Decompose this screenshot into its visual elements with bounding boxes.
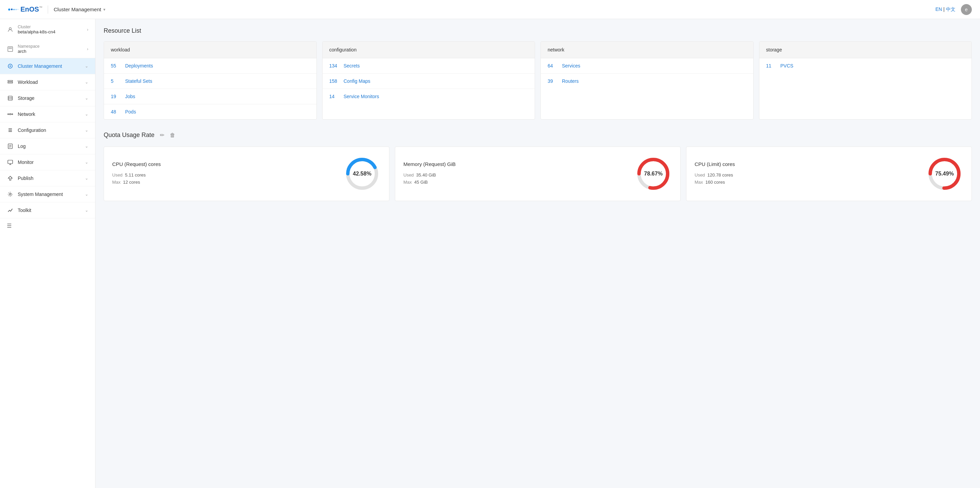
sidebar-item-publish[interactable]: Publish ⌄ [0, 170, 95, 186]
sidebar-item-label-toolkit: Toolkit [18, 208, 81, 213]
resource-count: 14 [329, 94, 340, 99]
resource-name: Services [562, 63, 581, 68]
resource-count: 55 [111, 63, 121, 68]
sidebar-cluster-item[interactable]: Cluster beta/alpha-k8s-cn4 › [0, 19, 95, 40]
logo-dot-1 [8, 8, 10, 11]
sidebar-item-label-publish: Publish [18, 176, 81, 181]
avatar[interactable]: e [961, 4, 972, 15]
sidebar-item-arrow-workload: ⌄ [85, 80, 88, 84]
main-content: Resource List workload 55 Deployments 5 … [95, 19, 980, 488]
resource-name: Service Monitors [344, 94, 379, 99]
layout: Cluster beta/alpha-k8s-cn4 › Namespace a… [0, 19, 980, 488]
storage-icon [7, 95, 14, 101]
quota-actions: ✏ 🗑 [159, 130, 177, 140]
resource-name: Secrets [344, 63, 360, 68]
resource-item[interactable]: 48 Pods [104, 104, 317, 119]
sidebar-item-label-cluster-management: Cluster Management [18, 63, 81, 69]
sidebar-item-workload[interactable]: Workload ⌄ [0, 74, 95, 90]
logo-text: EnOS™ [21, 5, 42, 13]
log-icon [7, 143, 14, 150]
monitor-icon [7, 159, 14, 166]
resource-name: Stateful Sets [125, 78, 152, 84]
quota-used-cpu-request: Used 5.11 cores [112, 173, 335, 177]
quota-card-title-cpu-limit: CPU (Limit) cores [695, 161, 918, 167]
sidebar-item-network[interactable]: Network ⌄ [0, 106, 95, 122]
cluster-management-title[interactable]: Cluster Management ▾ [54, 6, 105, 12]
resource-name: Pods [125, 109, 136, 114]
resource-item[interactable]: 19 Jobs [104, 89, 317, 104]
sidebar: Cluster beta/alpha-k8s-cn4 › Namespace a… [0, 19, 95, 488]
sidebar-item-label-monitor: Monitor [18, 160, 81, 165]
workload-icon [7, 79, 14, 86]
resource-item[interactable]: 64 Services [541, 58, 753, 74]
menu-icon: ☰ [7, 223, 11, 229]
svg-rect-2 [9, 48, 10, 49]
sidebar-item-system-management[interactable]: System Management ⌄ [0, 186, 95, 203]
svg-rect-12 [8, 160, 13, 163]
namespace-icon [7, 46, 14, 52]
resource-count: 5 [111, 78, 121, 84]
user-icon [7, 26, 14, 33]
sidebar-item-toolkit[interactable]: Toolkit ⌄ [0, 203, 95, 219]
donut-chart-cpu-limit: 75.49% [926, 155, 963, 193]
sidebar-item-log[interactable]: Log ⌄ [0, 138, 95, 154]
sidebar-item-monitor[interactable]: Monitor ⌄ [0, 154, 95, 170]
network-icon [7, 111, 14, 117]
language-switcher[interactable]: EN | 中文 [935, 6, 955, 13]
quota-delete-button[interactable]: 🗑 [169, 130, 177, 140]
sidebar-item-label-storage: Storage [18, 95, 81, 101]
quota-card-memory-request: Memory (Request) GiB Used 35.40 GiB Max … [395, 147, 681, 201]
sidebar-footer[interactable]: ☰ [0, 219, 95, 233]
namespace-info: Namespace arch [18, 44, 83, 54]
quota-edit-button[interactable]: ✏ [159, 130, 166, 140]
resource-item[interactable]: 158 Config Maps [323, 74, 535, 89]
svg-rect-3 [11, 48, 11, 49]
sidebar-item-arrow-publish: ⌄ [85, 176, 88, 181]
resource-item[interactable]: 14 Service Monitors [323, 89, 535, 104]
resource-count: 48 [111, 109, 121, 114]
resource-card-header-workload: workload [104, 41, 317, 58]
sidebar-cluster-section: Cluster beta/alpha-k8s-cn4 › Namespace a… [0, 19, 95, 58]
sidebar-item-storage[interactable]: Storage ⌄ [0, 90, 95, 106]
svg-point-10 [12, 114, 13, 115]
chevron-down-icon: ▾ [103, 7, 105, 12]
resource-count: 134 [329, 63, 340, 68]
sidebar-item-label-configuration: Configuration [18, 127, 81, 133]
resource-item[interactable]: 5 Stateful Sets [104, 74, 317, 89]
resource-card-header-configuration: configuration [323, 41, 535, 58]
resource-count: 19 [111, 94, 121, 99]
sidebar-item-cluster-management[interactable]: Cluster Management ⌄ [0, 58, 95, 74]
svg-point-0 [9, 28, 11, 30]
resource-grid: workload 55 Deployments 5 Stateful Sets … [103, 41, 972, 120]
resource-item[interactable]: 55 Deployments [104, 58, 317, 74]
resource-item[interactable]: 39 Routers [541, 74, 753, 89]
svg-point-8 [10, 114, 11, 115]
quota-grid: CPU (Request) cores Used 5.11 cores Max … [103, 147, 972, 201]
quota-card-title-cpu-request: CPU (Request) cores [112, 161, 335, 167]
quota-card-info-cpu-request: CPU (Request) cores Used 5.11 cores Max … [112, 161, 335, 187]
header-divider [48, 5, 48, 14]
resource-card-configuration: configuration 134 Secrets 158 Config Map… [322, 41, 535, 120]
cluster-info: Cluster beta/alpha-k8s-cn4 [18, 25, 83, 35]
sidebar-item-arrow-log: ⌄ [85, 144, 88, 149]
resource-name: Config Maps [344, 78, 371, 84]
resource-card-workload: workload 55 Deployments 5 Stateful Sets … [103, 41, 317, 120]
sidebar-item-configuration[interactable]: Configuration ⌄ [0, 122, 95, 138]
svg-rect-6 [8, 82, 13, 83]
sidebar-item-arrow-cluster-management: ⌄ [85, 64, 88, 68]
sidebar-item-label-system-management: System Management [18, 192, 81, 197]
resource-count: 158 [329, 78, 340, 84]
resource-item[interactable]: 11 PVCS [759, 58, 972, 73]
svg-rect-7 [8, 96, 12, 100]
quota-max-memory-request: Max 45 GiB [403, 180, 627, 185]
donut-label-cpu-limit: 75.49% [935, 171, 954, 177]
quota-used-memory-request: Used 35.40 GiB [403, 173, 627, 177]
configuration-icon [7, 127, 14, 133]
resource-count: 39 [547, 78, 558, 84]
resource-item[interactable]: 134 Secrets [323, 58, 535, 74]
sidebar-namespace-item[interactable]: Namespace arch › [0, 40, 95, 58]
resource-count: 64 [547, 63, 558, 68]
quota-max-cpu-limit: Max 160 cores [695, 180, 918, 185]
quota-card-info-memory-request: Memory (Request) GiB Used 35.40 GiB Max … [403, 161, 627, 187]
donut-label-memory-request: 78.67% [644, 171, 663, 177]
